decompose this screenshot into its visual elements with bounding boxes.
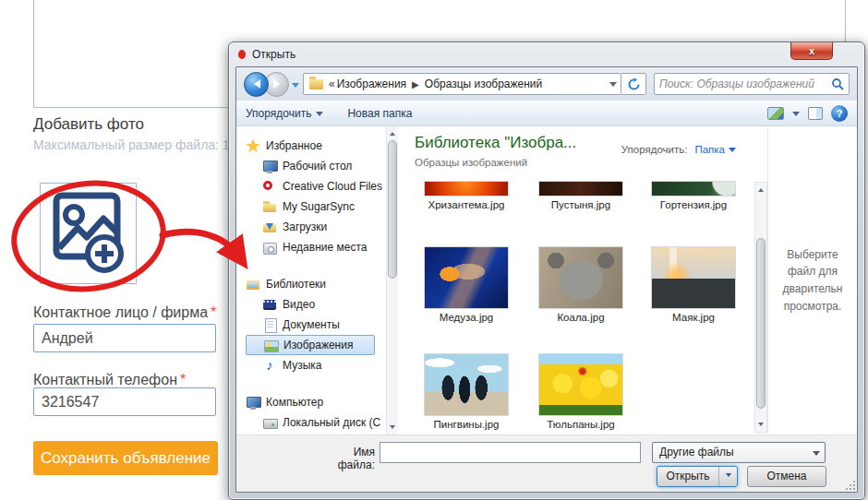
sidebar-item-recent-places[interactable]: Недавние места xyxy=(246,237,386,257)
breadcrumb-separator-icon[interactable]: ▶ xyxy=(412,79,419,89)
required-asterisk: * xyxy=(180,372,186,387)
dialog-client-area: « Изображения ▶ Образцы изображений xyxy=(235,66,858,493)
contact-name-label: Контактное лицо / фирма* xyxy=(33,304,216,321)
contact-phone-input[interactable] xyxy=(33,387,216,416)
organize-menu[interactable]: Упорядочить xyxy=(246,107,323,120)
folder-icon xyxy=(309,79,323,89)
file-item[interactable]: Пустыня.jpg xyxy=(530,181,632,210)
file-list-scrollbar[interactable] xyxy=(754,182,767,433)
thumbnail-hydrangea[interactable] xyxy=(651,181,736,196)
folder-icon xyxy=(262,199,277,214)
filename-input[interactable] xyxy=(380,442,641,463)
video-icon xyxy=(262,297,277,312)
downloads-folder-icon xyxy=(262,220,277,234)
sidebar-item-downloads[interactable]: Загрузки xyxy=(246,217,386,237)
filename-label: Имя файла: xyxy=(318,446,375,471)
recent-places-icon xyxy=(262,240,277,255)
sidebar-group-favorites[interactable]: Избранное xyxy=(246,136,386,156)
close-button[interactable]: x xyxy=(790,42,833,60)
thumbnail-chrysanthemum[interactable] xyxy=(424,181,509,196)
dialog-title: Открыть xyxy=(252,48,295,61)
history-dropdown-icon[interactable] xyxy=(292,83,299,91)
star-icon xyxy=(246,138,260,153)
add-image-icon xyxy=(52,191,127,278)
required-asterisk: * xyxy=(211,304,216,320)
breadcrumb-sample-pictures[interactable]: Образцы изображений xyxy=(425,77,542,90)
sidebar-item-documents[interactable]: Документы xyxy=(246,315,386,335)
address-bar[interactable]: « Изображения ▶ Образцы изображений xyxy=(303,73,621,95)
thumbnail-jellyfish[interactable] xyxy=(424,246,509,309)
sidebar-item-music[interactable]: ♪ Музыка xyxy=(246,355,386,375)
chevron-down-icon xyxy=(813,451,820,459)
search-box[interactable] xyxy=(654,73,850,95)
save-ad-button[interactable]: Сохранить объявление xyxy=(33,441,218,475)
chevron-down-icon[interactable] xyxy=(729,148,736,156)
sidebar-item-sugarsync[interactable]: My SugarSync xyxy=(246,196,386,217)
file-item[interactable]: Гортензия.jpg xyxy=(643,181,744,210)
dialog-titlebar[interactable]: Открыть xyxy=(229,42,864,66)
breadcrumb-pictures[interactable]: Изображения xyxy=(337,77,406,90)
command-toolbar: Упорядочить Новая папка ? xyxy=(236,101,857,126)
help-icon[interactable]: ? xyxy=(831,105,848,122)
refresh-icon xyxy=(627,77,641,91)
chevron-down-icon xyxy=(316,112,323,120)
scrollbar-thumb[interactable] xyxy=(756,238,766,409)
sidebar-item-pictures[interactable]: Изображения xyxy=(246,335,375,355)
refresh-button[interactable] xyxy=(621,73,646,95)
views-dropdown-icon[interactable] xyxy=(792,112,800,120)
sidebar-item-desktop[interactable]: Рабочий стол xyxy=(246,156,386,176)
music-note-icon: ♪ xyxy=(262,358,277,373)
preview-pane-icon[interactable] xyxy=(808,107,823,120)
breadcrumb-prefix[interactable]: « xyxy=(329,77,335,90)
scroll-up-icon[interactable] xyxy=(755,183,766,195)
file-item[interactable]: Медуза.jpg xyxy=(416,246,517,323)
arrange-label: Упорядочить: xyxy=(621,144,688,155)
toolbar-right-group: ? xyxy=(767,105,848,122)
scroll-down-icon[interactable] xyxy=(387,423,398,435)
scroll-down-icon[interactable] xyxy=(755,420,766,432)
file-item[interactable]: Хризантема.jpg xyxy=(416,181,517,210)
open-split-dropdown[interactable] xyxy=(718,467,737,486)
filetype-dropdown[interactable]: Другие файлы xyxy=(652,442,826,463)
preview-hint: Выберите файл для дварительн просмотра. xyxy=(768,246,857,315)
file-item[interactable]: Маяк.jpg xyxy=(643,246,744,323)
sidebar-group-computer[interactable]: Компьютер xyxy=(246,392,386,412)
new-folder-button[interactable]: Новая папка xyxy=(347,107,412,120)
cancel-button[interactable]: Отмена xyxy=(747,466,826,487)
libraries-icon xyxy=(246,277,260,292)
file-item[interactable]: Коала.jpg xyxy=(530,246,632,323)
views-icon[interactable] xyxy=(767,107,784,120)
arrange-by-folder-dropdown[interactable]: Папка xyxy=(694,144,725,155)
search-input[interactable] xyxy=(659,77,831,90)
open-file-dialog: Открыть x « Изображения ▶ Образцы изобра… xyxy=(228,42,865,500)
forward-arrow-icon xyxy=(273,79,284,89)
sidebar-item-creative-cloud[interactable]: Creative Cloud Files xyxy=(246,176,386,196)
back-arrow-icon xyxy=(249,79,260,89)
contact-name-input[interactable] xyxy=(33,324,216,352)
file-item[interactable]: Пингвины.jpg xyxy=(416,353,517,430)
navigation-sidebar: Избранное Рабочий стол Creative Cloud Fi… xyxy=(236,126,386,435)
open-button[interactable]: Открыть xyxy=(657,466,738,487)
sidebar-group-libraries[interactable]: Библиотеки xyxy=(246,274,386,294)
thumbnail-penguins[interactable] xyxy=(424,353,509,416)
computer-icon xyxy=(246,395,260,410)
file-item[interactable]: Тюльпаны.jpg xyxy=(530,353,632,430)
scrollbar-thumb[interactable] xyxy=(388,140,397,279)
search-icon[interactable] xyxy=(831,77,844,90)
photo-upload-dropzone[interactable] xyxy=(40,183,137,284)
arrange-control: Упорядочить: Папка xyxy=(621,143,736,156)
hard-disk-icon xyxy=(262,415,277,430)
preview-pane: Выберите файл для дварительн просмотра. xyxy=(767,126,857,435)
thumbnail-desert[interactable] xyxy=(538,181,623,196)
sidebar-item-local-disk-c[interactable]: Локальный диск (C xyxy=(246,412,386,433)
resize-grip[interactable] xyxy=(845,480,855,490)
navigation-bar: « Изображения ▶ Образцы изображений xyxy=(236,67,857,101)
back-button[interactable] xyxy=(244,72,269,97)
address-dropdown-icon[interactable] xyxy=(609,82,617,90)
thumbnail-lighthouse[interactable] xyxy=(651,246,736,309)
thumbnail-tulips[interactable] xyxy=(538,353,623,416)
thumbnail-koala[interactable] xyxy=(538,246,623,309)
sidebar-scrollbar[interactable] xyxy=(386,126,398,435)
sidebar-item-video[interactable]: Видео xyxy=(246,294,386,315)
scroll-up-icon[interactable] xyxy=(387,126,398,138)
